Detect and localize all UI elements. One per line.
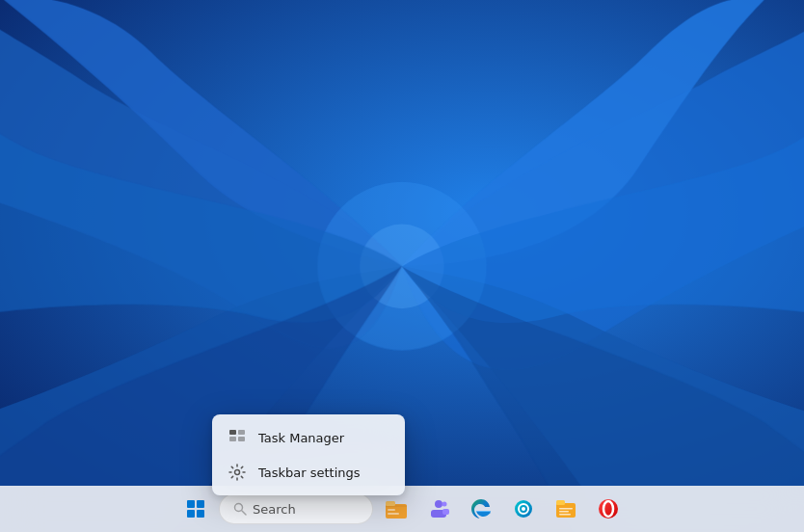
taskbar-center: Search <box>176 490 628 528</box>
svg-point-8 <box>235 504 243 512</box>
search-bar[interactable]: Search <box>219 493 373 524</box>
search-icon <box>233 502 247 516</box>
svg-rect-5 <box>238 430 245 435</box>
svg-rect-25 <box>559 514 571 516</box>
edge-icon <box>469 496 494 521</box>
context-menu: Task Manager Taskbar settings <box>212 414 405 495</box>
svg-rect-6 <box>238 437 245 441</box>
svg-rect-23 <box>559 508 573 510</box>
file-explorer-icon <box>384 496 409 521</box>
taskbar-settings-item[interactable]: Taskbar settings <box>212 455 405 490</box>
svg-rect-3 <box>229 430 236 435</box>
svg-rect-24 <box>559 511 569 513</box>
task-manager-label: Task Manager <box>258 431 344 445</box>
svg-rect-11 <box>386 501 395 506</box>
files-icon <box>553 496 578 521</box>
taskbar-settings-label: Taskbar settings <box>258 466 361 480</box>
edge-button[interactable] <box>462 490 500 528</box>
svg-point-20 <box>522 507 525 511</box>
svg-rect-22 <box>556 500 565 505</box>
lens-icon <box>511 496 536 521</box>
search-label: Search <box>253 502 296 517</box>
svg-point-14 <box>435 500 442 508</box>
svg-line-9 <box>242 511 246 515</box>
windows-logo-icon <box>187 500 204 518</box>
lens-button[interactable] <box>504 490 543 528</box>
task-manager-icon <box>228 428 247 447</box>
files-button[interactable] <box>547 490 585 528</box>
teams-icon <box>426 496 451 521</box>
opera-icon <box>596 496 621 521</box>
task-manager-item[interactable]: Task Manager <box>212 420 405 455</box>
svg-rect-4 <box>229 437 236 441</box>
file-explorer-button[interactable] <box>377 490 415 528</box>
svg-point-16 <box>442 502 447 507</box>
opera-button[interactable] <box>589 490 628 528</box>
svg-rect-13 <box>388 513 399 515</box>
teams-button[interactable] <box>419 490 458 528</box>
svg-rect-17 <box>442 509 449 515</box>
start-button[interactable] <box>176 490 215 528</box>
desktop: Task Manager Taskbar settings <box>0 0 804 532</box>
svg-rect-21 <box>556 503 576 518</box>
svg-point-7 <box>235 470 240 475</box>
svg-rect-12 <box>388 509 395 511</box>
settings-icon <box>228 463 247 482</box>
